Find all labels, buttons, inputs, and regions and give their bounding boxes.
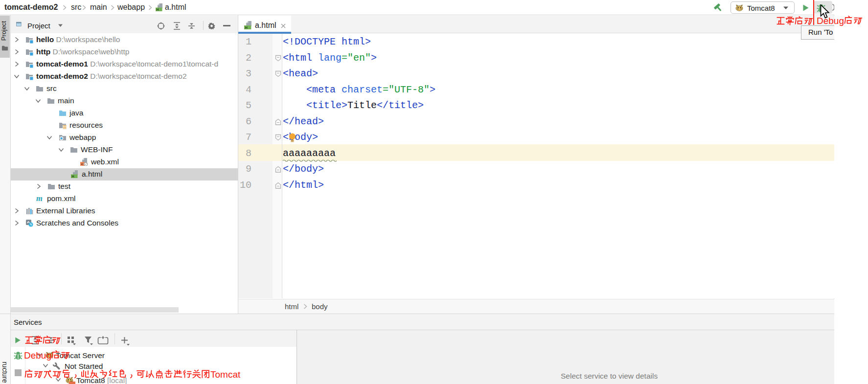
- svg-text:H: H: [72, 175, 74, 178]
- svg-text:m: m: [36, 195, 43, 203]
- svg-text:H: H: [157, 8, 159, 11]
- svg-text:<: <: [81, 162, 83, 166]
- svg-text:H: H: [245, 25, 248, 29]
